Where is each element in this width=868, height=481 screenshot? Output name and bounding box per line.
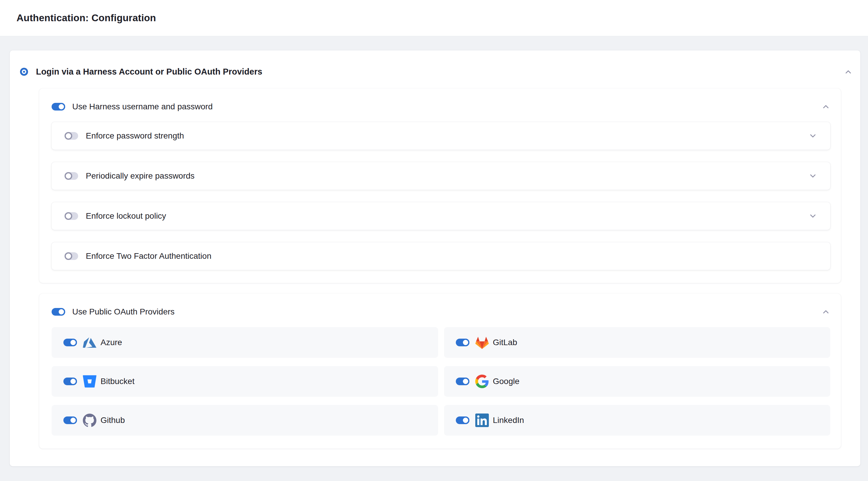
provider-label: Azure [100, 338, 122, 347]
chevron-up-icon[interactable] [822, 102, 830, 111]
provider-grid: Azure [52, 327, 830, 436]
google-icon [475, 375, 489, 388]
linkedin-icon [475, 414, 489, 427]
option-label: Enforce password strength [86, 131, 184, 140]
provider-row-bitbucket: Bitbucket [52, 366, 438, 397]
provider-row-azure: Azure [52, 327, 438, 358]
option-label: Enforce Two Factor Authentication [86, 251, 211, 261]
toggle-knob [65, 172, 72, 180]
periodically-expire-passwords-toggle[interactable] [65, 172, 78, 180]
github-toggle[interactable] [63, 416, 77, 424]
auth-settings-page: Login via a Harness Account or Public OA… [0, 36, 868, 466]
page-header: Authentication: Configuration [0, 0, 868, 36]
password-options-list: Enforce password strength Periodically e… [52, 122, 830, 270]
option-row-enforce-password-strength[interactable]: Enforce password strength [52, 122, 830, 150]
provider-label: Google [493, 377, 520, 386]
oauth-providers-label: Use Public OAuth Providers [72, 307, 175, 317]
chevron-up-icon[interactable] [844, 67, 852, 76]
provider-row-google: Google [444, 366, 831, 397]
provider-row-github: Github [52, 405, 438, 436]
option-row-enforce-lockout-policy[interactable]: Enforce lockout policy [52, 202, 830, 230]
chevron-up-icon[interactable] [822, 308, 830, 316]
option-label: Enforce lockout policy [86, 211, 166, 221]
toggle-knob [69, 416, 77, 424]
public-oauth-providers-toggle[interactable] [52, 308, 65, 316]
harness-username-password-toggle[interactable] [52, 103, 65, 110]
chevron-down-icon[interactable] [808, 171, 817, 181]
google-toggle[interactable] [456, 378, 469, 385]
harness-login-card: Use Harness username and password Enforc… [39, 88, 841, 283]
gitlab-toggle[interactable] [456, 339, 469, 346]
auth-config-card: Login via a Harness Account or Public OA… [10, 51, 860, 466]
page-title: Authentication: Configuration [17, 12, 156, 24]
enforce-two-factor-authentication-toggle[interactable] [65, 252, 78, 260]
enforce-password-strength-toggle[interactable] [65, 132, 78, 140]
provider-row-gitlab: GitLab [444, 327, 831, 358]
login-method-body: Use Harness username and password Enforc… [39, 88, 841, 449]
chevron-down-icon[interactable] [808, 212, 817, 220]
toggle-knob [462, 378, 469, 385]
option-row-enforce-two-factor-authentication[interactable]: Enforce Two Factor Authentication [52, 242, 830, 270]
login-method-row[interactable]: Login via a Harness Account or Public OA… [20, 67, 852, 77]
provider-label: LinkedIn [493, 416, 524, 425]
toggle-knob [462, 416, 469, 424]
option-row-periodically-expire-passwords[interactable]: Periodically expire passwords [52, 162, 830, 190]
toggle-knob [58, 103, 65, 110]
bitbucket-toggle[interactable] [63, 378, 77, 385]
azure-icon [83, 336, 96, 349]
toggle-knob [58, 308, 65, 316]
gitlab-icon [475, 336, 489, 349]
bitbucket-icon [83, 375, 96, 388]
toggle-knob [462, 339, 469, 346]
option-label: Periodically expire passwords [86, 171, 195, 181]
toggle-knob [65, 212, 72, 220]
oauth-providers-card: Use Public OAuth Providers Azure [39, 294, 841, 449]
enforce-lockout-policy-toggle[interactable] [65, 212, 78, 220]
toggle-knob [65, 132, 72, 140]
linkedin-toggle[interactable] [456, 416, 469, 424]
oauth-providers-header: Use Public OAuth Providers [52, 303, 830, 320]
provider-label: Bitbucket [100, 377, 134, 386]
toggle-knob [65, 252, 72, 260]
login-method-radio[interactable] [20, 68, 28, 76]
harness-login-label: Use Harness username and password [72, 102, 213, 111]
azure-toggle[interactable] [63, 339, 77, 346]
github-icon [83, 414, 96, 427]
login-method-label: Login via a Harness Account or Public OA… [36, 67, 262, 77]
provider-row-linkedin: LinkedIn [444, 405, 831, 436]
provider-label: GitLab [493, 338, 518, 347]
chevron-down-icon[interactable] [808, 131, 817, 140]
harness-login-header: Use Harness username and password [52, 98, 830, 115]
toggle-knob [69, 378, 77, 385]
provider-label: Github [100, 416, 125, 425]
toggle-knob [69, 339, 77, 346]
